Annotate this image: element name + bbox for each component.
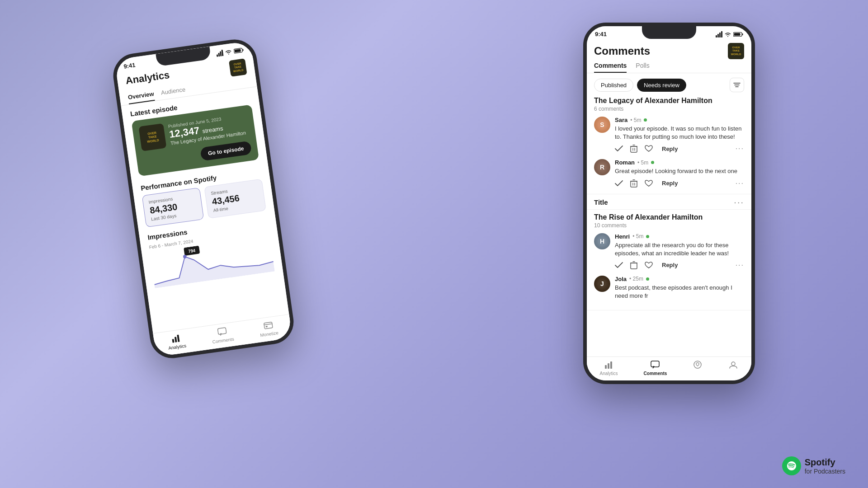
svg-rect-24 <box>631 181 637 187</box>
checkmark-icon <box>615 145 623 152</box>
comment-henri: H Henri • 5m Appreciate all the research… <box>594 233 744 269</box>
roman-approve-btn[interactable] <box>615 180 623 187</box>
spotify-text-sub: for Podcasters <box>805 468 845 475</box>
right-extra2-icon <box>728 360 738 370</box>
henri-like-btn[interactable] <box>645 262 653 269</box>
spotify-brand-text: Spotify for Podcasters <box>805 457 845 475</box>
episode-1-title: The Legacy of Alexander Hamilton <box>594 97 744 105</box>
comment-jola-author: Jola <box>615 276 627 282</box>
filter-row: Published Needs review <box>587 73 751 97</box>
right-nav-analytics[interactable]: Analytics <box>600 360 618 376</box>
comment-henri-dot <box>646 235 649 238</box>
signal-icon <box>216 49 224 56</box>
svg-rect-32 <box>605 365 607 369</box>
analytics-screen: 9:41 <box>114 41 292 357</box>
filter-needs-review[interactable]: Needs review <box>637 79 686 92</box>
nav-comments-label: Comments <box>212 337 234 345</box>
battery-icon <box>233 47 244 54</box>
avatar-sara: S <box>594 117 610 133</box>
comment-jola: J Jola • 25m Best podcast, these episode… <box>594 276 744 304</box>
right-analytics-label: Analytics <box>600 371 618 376</box>
right-comments-label: Comments <box>644 371 667 376</box>
filter-published[interactable]: Published <box>594 79 633 92</box>
henri-more-btn[interactable]: ··· <box>736 261 744 269</box>
impressions-card: Impressions 84,330 Last 30 days <box>142 188 204 227</box>
right-nav-extra2[interactable] <box>728 360 738 376</box>
streams-card: Streams 43,456 All-time <box>204 179 266 219</box>
sara-reply-button[interactable]: Reply <box>662 145 678 152</box>
wifi-icon-right <box>724 32 731 37</box>
episode-info: Published on June 5, 2023 12,347 streams… <box>168 113 249 146</box>
svg-rect-29 <box>631 263 637 269</box>
henri-reply-button[interactable]: Reply <box>662 262 678 268</box>
roman-more-btn[interactable]: ··· <box>736 179 744 188</box>
comment-henri-author: Henri <box>615 233 630 240</box>
sara-more-btn[interactable]: ··· <box>736 145 744 153</box>
right-comments-icon <box>650 360 660 370</box>
comment-sara-body: Sara • 5m I loved your episode. It was s… <box>615 117 744 153</box>
comment-henri-meta: Henri • 5m <box>615 233 744 240</box>
right-nav-comments[interactable]: Comments <box>644 360 667 376</box>
filter-icon <box>733 82 741 88</box>
tab-comments[interactable]: Comments <box>594 62 627 73</box>
go-to-episode-button[interactable]: Go to episode <box>200 141 252 161</box>
svg-rect-15 <box>734 33 741 36</box>
spotify-circle-icon <box>782 456 801 475</box>
nav-monetize[interactable]: Monetize <box>258 319 278 338</box>
checkmark-icon-roman <box>615 180 623 187</box>
comment-roman-actions: Reply ··· <box>615 179 744 188</box>
status-icons-right <box>716 31 743 38</box>
comment-henri-actions: Reply ··· <box>615 261 744 269</box>
episode-group-1: The Legacy of Alexander Hamilton 6 comme… <box>587 97 751 194</box>
nav-comments[interactable]: Comments <box>211 325 235 344</box>
episode-group-2: The Rise of Alexander Hamilton 10 commen… <box>587 210 751 311</box>
comment-sara-dot <box>644 118 647 122</box>
analytics-nav-icon <box>170 333 182 344</box>
heart-icon-henri <box>645 262 653 269</box>
comment-sara-actions: Reply ··· <box>615 145 744 153</box>
tab-polls[interactable]: Polls <box>636 62 649 73</box>
roman-like-btn[interactable] <box>645 180 653 187</box>
bottom-nav-left: Analytics Comments <box>153 314 292 357</box>
nav-analytics[interactable]: Analytics <box>166 332 187 351</box>
episode-2-count: 10 comments <box>594 222 744 229</box>
title-section-divider: Title ··· <box>587 194 751 210</box>
roman-reply-button[interactable]: Reply <box>662 180 678 187</box>
filter-icon-button[interactable] <box>730 78 744 92</box>
henri-approve-btn[interactable] <box>615 262 623 268</box>
comment-roman: R Roman • 5m Great episode! Looking forw… <box>594 159 744 187</box>
svg-point-37 <box>731 362 735 366</box>
right-nav-extra1[interactable] <box>693 360 703 376</box>
roman-delete-btn[interactable] <box>630 179 637 188</box>
comment-jola-dot <box>646 277 649 281</box>
episode-1-count: 6 comments <box>594 106 744 112</box>
battery-icon-right <box>733 32 743 37</box>
comment-jola-body: Jola • 25m Best podcast, these episodes … <box>615 276 744 304</box>
time-right: 9:41 <box>595 31 607 38</box>
phone-notch-right <box>642 26 696 39</box>
comment-roman-author: Roman <box>615 159 635 166</box>
henri-delete-btn[interactable] <box>630 261 637 269</box>
comments-phone: 9:41 <box>583 23 755 384</box>
right-analytics-icon <box>604 360 614 370</box>
spotify-logo: Spotify for Podcasters <box>782 456 845 475</box>
comment-jola-time: • 25m <box>629 276 643 282</box>
comments-nav-icon <box>217 326 228 338</box>
svg-rect-10 <box>264 322 273 329</box>
sara-delete-btn[interactable] <box>630 145 637 153</box>
svg-rect-19 <box>631 146 637 152</box>
comments-screen: 9:41 <box>587 26 751 380</box>
comment-roman-text: Great episode! Looking forward to the ne… <box>615 167 744 175</box>
sara-approve-btn[interactable] <box>615 145 623 152</box>
comment-henri-time: • 5m <box>632 233 643 239</box>
sara-like-btn[interactable] <box>645 145 653 152</box>
bottom-nav-right: Analytics Comments <box>587 357 751 380</box>
title-more-btn[interactable]: ··· <box>734 197 744 207</box>
comment-jola-text: Best podcast, these episodes aren't enou… <box>615 284 744 300</box>
comment-roman-time: • 5m <box>637 160 648 166</box>
comment-henri-body: Henri • 5m Appreciate all the research y… <box>615 233 744 269</box>
monetize-nav-icon <box>262 319 274 331</box>
svg-rect-33 <box>608 363 609 369</box>
avatar-henri: H <box>594 233 610 249</box>
svg-rect-9 <box>217 328 226 334</box>
